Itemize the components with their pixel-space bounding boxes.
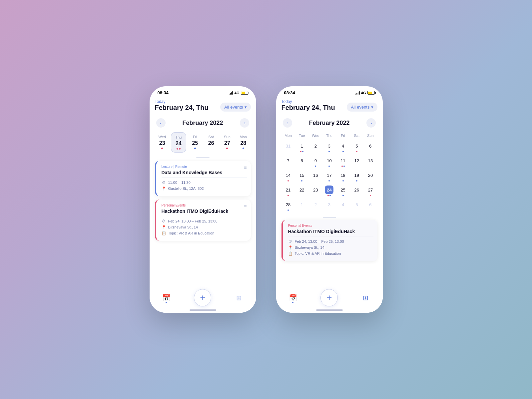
cal-day-next-4[interactable]: 4 (336, 199, 350, 213)
cal-day-11[interactable]: 11 (336, 155, 350, 169)
cal-day-1[interactable]: 1 (295, 140, 309, 154)
cal-day-7[interactable]: 7 (281, 155, 295, 169)
status-bar-right: 08:34 4G (276, 86, 383, 97)
calendar-icon-left: 📅 (162, 294, 171, 302)
all-events-button-right[interactable]: All events ▾ (347, 103, 377, 112)
cal-day-14[interactable]: 14 (281, 170, 295, 184)
event-time-right: ⏱ Feb 24, 13:00 – Feb 25, 13:00 (288, 239, 373, 244)
day-mon-28[interactable]: Mon 28 (236, 132, 251, 153)
event-location-lecture: 📍 Gastello St., 12A, 302 (162, 186, 247, 191)
grid-tab-right[interactable]: ⊞ (360, 292, 372, 304)
header-left: Today February 24, Thu All events ▾ (155, 97, 251, 115)
all-events-button-left[interactable]: All events ▾ (220, 103, 251, 112)
cal-day-15[interactable]: 15 (295, 170, 309, 184)
cal-day-26[interactable]: 26 (350, 184, 363, 198)
cal-day-next-1[interactable]: 1 (295, 199, 309, 213)
next-month-button-left[interactable]: › (240, 118, 249, 128)
event-time-lecture: ⏱ 11:00 – 11:30 (162, 180, 247, 185)
next-month-button-right[interactable]: › (366, 118, 376, 128)
cal-day-31[interactable]: 31 (281, 140, 295, 154)
separator-left (196, 157, 210, 158)
cal-day-next-6[interactable]: 6 (363, 199, 377, 213)
cal-day-2[interactable]: 2 (309, 140, 322, 154)
cal-day-4[interactable]: 4 (336, 140, 350, 154)
cal-day-6[interactable]: 6 (363, 140, 377, 154)
calendar-week-1: 31 1 2 3 4 5 6 (281, 140, 377, 154)
cal-day-3[interactable]: 3 (322, 140, 336, 154)
prev-month-button-right[interactable]: ‹ (283, 118, 292, 128)
chevron-down-icon-left: ▾ (245, 105, 247, 110)
month-nav-right: ‹ February 2022 › (281, 115, 377, 131)
event-card-right-hackathon[interactable]: Personal Events Hackathon ITMO DigiEduHa… (281, 220, 377, 261)
header-date-group-left: Today February 24, Thu (155, 99, 209, 112)
location-icon-lecture: 📍 (162, 186, 166, 191)
cal-day-10[interactable]: 10 (322, 155, 336, 169)
plus-icon-left: + (200, 293, 205, 302)
time-left: 08:34 (158, 90, 169, 95)
tab-bar-left: 📅 + ⊞ (150, 286, 256, 313)
tab-bar-right: 📅 + ⊞ (276, 286, 383, 313)
left-phone: 08:34 4G Today February 24, Thu (150, 86, 256, 313)
current-date-left: February 24, Thu (155, 104, 209, 112)
clock-icon-hackathon: ⏱ (162, 219, 166, 223)
cal-day-16[interactable]: 16 (309, 170, 322, 184)
cal-day-17[interactable]: 17 (322, 170, 336, 184)
calendar-week-3: 14 15 16 17 18 19 20 (281, 170, 377, 184)
tab-active-dot-right (292, 302, 293, 303)
card-menu-lecture[interactable]: ≡ (244, 165, 247, 170)
day-fri-25[interactable]: Fri 25 (188, 132, 202, 153)
event-title-lecture: Data and Knowledge Bases (162, 170, 247, 178)
event-tag-hackathon: Personal Events (162, 203, 247, 207)
cal-day-next-5[interactable]: 5 (350, 199, 363, 213)
day-wed-23[interactable]: Wed 23 (155, 132, 170, 153)
current-date-right: February 24, Thu (281, 104, 335, 112)
signal-icon-left (229, 91, 233, 95)
calendar-header-row: Mon Tue Wed Thu Fri Sat Sun (281, 132, 377, 139)
cal-day-12[interactable]: 12 (350, 155, 363, 169)
grid-icon-right: ⊞ (363, 294, 368, 302)
event-card-lecture[interactable]: Lecture | Remote Data and Knowledge Base… (155, 161, 251, 196)
cal-day-19[interactable]: 19 (350, 170, 363, 184)
cal-day-20[interactable]: 20 (363, 170, 377, 184)
topic-icon-hackathon: 📋 (162, 231, 166, 235)
week-strip-left: Wed 23 Thu 24 Fri 25 Sat 26 (155, 131, 251, 155)
cal-day-25[interactable]: 25 (336, 184, 350, 198)
location-icon-right: 📍 (288, 245, 293, 250)
location-icon-hackathon: 📍 (162, 225, 166, 229)
battery-icon-left (241, 91, 248, 95)
day-thu-24[interactable]: Thu 24 (171, 132, 186, 153)
calendar-tab-right[interactable]: 📅 (287, 292, 299, 304)
cal-day-next-3[interactable]: 3 (322, 199, 336, 213)
cal-day-9[interactable]: 9 (309, 155, 322, 169)
event-tag-lecture: Lecture | Remote (162, 165, 247, 169)
cal-day-28[interactable]: 28 (281, 199, 295, 213)
cal-day-23[interactable]: 23 (309, 184, 322, 198)
cal-day-13[interactable]: 13 (363, 155, 377, 169)
event-topic-right: 📋 Topic: VR & AR in Education (288, 251, 373, 256)
card-menu-hackathon[interactable]: ≡ (244, 203, 247, 209)
month-title-right: February 2022 (309, 120, 349, 127)
event-location-hackathon: 📍 Birzhevaya St., 14 (162, 225, 247, 229)
cal-day-24-today[interactable]: 24 (322, 184, 336, 198)
cal-day-22[interactable]: 22 (295, 184, 309, 198)
event-title-hackathon: Hackathon ITMO DigiEduHack (162, 208, 247, 216)
event-card-hackathon[interactable]: Personal Events Hackathon ITMO DigiEduHa… (155, 200, 251, 241)
cal-day-27[interactable]: 27 (363, 184, 377, 198)
calendar-tab-left[interactable]: 📅 (160, 292, 172, 304)
clock-icon-lecture: ⏱ (162, 180, 166, 185)
grid-tab-left[interactable]: ⊞ (233, 292, 245, 304)
grid-icon-left: ⊞ (236, 294, 242, 302)
cal-day-18[interactable]: 18 (336, 170, 350, 184)
add-event-button-right[interactable]: + (320, 289, 338, 306)
day-sun-27[interactable]: Sun 27 (220, 132, 235, 153)
day-sat-26[interactable]: Sat 26 (204, 132, 218, 153)
cal-day-8[interactable]: 8 (295, 155, 309, 169)
cal-day-5[interactable]: 5 (350, 140, 363, 154)
event-title-right: Hackathon ITMO DigiEduHack (288, 229, 373, 236)
phone-content-left: Today February 24, Thu All events ▾ ‹ Fe… (150, 97, 256, 244)
add-event-button-left[interactable]: + (194, 289, 211, 306)
today-label-left: Today (155, 99, 209, 104)
prev-month-button-left[interactable]: ‹ (156, 118, 166, 128)
cal-day-21[interactable]: 21 (281, 184, 295, 198)
cal-day-next-2[interactable]: 2 (309, 199, 322, 213)
